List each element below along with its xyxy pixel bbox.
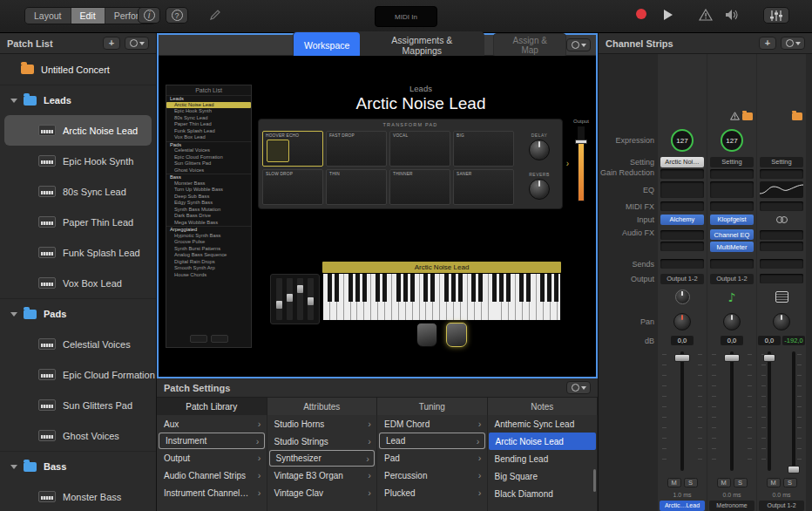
play-button[interactable] xyxy=(662,9,673,21)
library-row[interactable]: Arctic Noise Lead xyxy=(489,433,597,450)
master-mute-icon[interactable] xyxy=(725,9,739,21)
mini-patch-row[interactable]: Synth Bass Mutation xyxy=(166,207,251,214)
drawbars-widget[interactable] xyxy=(270,274,320,324)
mini-patch-row[interactable]: Smooth Synth Arp xyxy=(166,265,251,272)
mini-patch-row[interactable]: Deep Sub Bass xyxy=(166,194,251,201)
library-row[interactable]: Black Diamond xyxy=(488,485,598,502)
library-row[interactable]: Studio Strings xyxy=(267,433,377,450)
fader-handle[interactable] xyxy=(788,466,800,474)
mini-patch-row[interactable]: Celestial Voices xyxy=(166,147,251,154)
patch-row[interactable]: Arctic Noise Lead xyxy=(4,115,152,146)
fader-track[interactable] xyxy=(730,351,734,471)
disclosure-triangle-icon[interactable] xyxy=(10,99,17,103)
library-row[interactable]: Studio Horns xyxy=(267,415,377,433)
input-plugin-button[interactable]: Klopfgeist xyxy=(710,215,754,225)
transform-pad-cell[interactable]: HOOVER ECHO xyxy=(262,131,323,167)
group-row-leads[interactable]: Leads xyxy=(0,85,156,115)
mini-patch-row[interactable]: Monster Bass xyxy=(166,181,251,187)
library-row[interactable]: Synthesizer xyxy=(269,450,376,467)
mini-patch-row[interactable]: Bass xyxy=(166,174,251,181)
mini-control-box[interactable] xyxy=(190,335,207,343)
eq-slot[interactable] xyxy=(710,181,754,198)
input-plugin-button[interactable]: Alchemy xyxy=(660,215,704,225)
transform-pad-cell[interactable]: FAST DROP xyxy=(326,131,387,167)
mini-patch-row[interactable]: Arctic Noise Lead xyxy=(166,102,251,109)
concert-row[interactable]: Untitled Concert xyxy=(0,54,156,85)
mini-patch-row[interactable]: Sun Glitters Pad xyxy=(166,160,251,167)
mini-patch-row[interactable]: Leads xyxy=(166,95,251,102)
output-routing-button[interactable]: Output 1-2 xyxy=(710,274,754,284)
library-row[interactable]: EDM Chord xyxy=(377,415,487,433)
reverb-knob[interactable] xyxy=(529,179,550,200)
library-row[interactable]: Percussion xyxy=(377,467,487,484)
fader-track[interactable] xyxy=(792,351,795,471)
mute-button[interactable]: M xyxy=(717,478,731,487)
mini-patch-row[interactable]: Analog Bass Sequence xyxy=(166,252,251,259)
fader-track[interactable] xyxy=(768,351,771,471)
mini-patch-row[interactable]: Arpeggiated xyxy=(166,226,251,233)
patch-row[interactable]: 80s Sync Lead xyxy=(0,176,156,207)
eq-thumbnail[interactable] xyxy=(760,181,803,198)
output-fader-cap[interactable] xyxy=(575,140,587,144)
output-routing-slot[interactable] xyxy=(760,274,803,283)
mini-patch-row[interactable]: Epic Hook Synth xyxy=(166,108,251,115)
patch-settings-tab[interactable]: Attributes xyxy=(267,398,378,415)
mini-patch-row[interactable]: House Chords xyxy=(166,272,251,279)
folder-icon[interactable] xyxy=(792,112,802,120)
drawbar-slider[interactable] xyxy=(297,278,303,320)
assign-map-button[interactable]: Assign & Map xyxy=(493,33,566,58)
mini-patch-row[interactable]: Edgy Synth Bass xyxy=(166,200,251,207)
drawbar-slider[interactable] xyxy=(276,278,282,320)
transform-pad-cell[interactable]: THINNER xyxy=(389,169,450,205)
channel-name-label[interactable]: Output 1-2 xyxy=(759,501,804,511)
workspace-action-menu[interactable] xyxy=(566,38,591,51)
mini-patch-row[interactable]: Groove Pulse xyxy=(166,239,251,246)
volume-value[interactable]: -192,0 xyxy=(782,336,805,345)
record-button[interactable] xyxy=(636,9,646,19)
volume-value[interactable]: 0,0 xyxy=(721,336,743,345)
mini-patch-row[interactable]: Pads xyxy=(166,141,251,148)
mini-control-box[interactable] xyxy=(211,335,228,343)
patch-selector-widget[interactable]: Patch List LeadsArctic Noise LeadEpic Ho… xyxy=(166,85,252,348)
expression-knob[interactable]: 127 xyxy=(671,129,694,152)
pencil-icon[interactable] xyxy=(209,9,221,21)
library-row[interactable]: Instrument xyxy=(159,433,265,449)
channel-name-label[interactable]: Metronome xyxy=(709,501,754,511)
send-slot[interactable] xyxy=(660,259,704,269)
help-icon[interactable] xyxy=(166,7,188,24)
scrollbar-thumb[interactable] xyxy=(593,469,596,492)
transform-pad-cell[interactable]: VOCAL xyxy=(389,131,450,167)
library-row[interactable]: Vintage Clav xyxy=(267,484,377,501)
info-icon[interactable] xyxy=(138,7,160,24)
audio-fx-slot[interactable] xyxy=(660,230,704,240)
library-row[interactable]: Big Square xyxy=(488,467,598,485)
channel-name-label[interactable]: Arctic…Lead xyxy=(660,501,705,511)
mini-patch-row[interactable]: 80s Sync Lead xyxy=(166,115,251,122)
fader-handle[interactable] xyxy=(724,354,740,362)
pan-knob[interactable] xyxy=(673,313,691,330)
patch-row[interactable]: Ghost Voices xyxy=(0,420,156,451)
transform-pad-cell[interactable]: SANER xyxy=(453,169,514,205)
disclosure-triangle-icon[interactable] xyxy=(10,312,17,317)
patch-row[interactable]: Celestial Voices xyxy=(0,329,156,359)
patch-settings-tab[interactable]: Patch Library xyxy=(157,398,267,415)
midi-fx-slot[interactable] xyxy=(710,201,754,211)
library-row[interactable]: Instrument Channel… xyxy=(157,484,267,501)
group-row-pads[interactable]: Pads xyxy=(0,298,156,329)
drawbar-slider[interactable] xyxy=(308,278,314,320)
transform-pad-cell[interactable]: BIG xyxy=(453,131,514,167)
eq-slot[interactable] xyxy=(660,181,704,198)
layout-mode-button[interactable]: Layout xyxy=(25,8,71,24)
drawbar-slider[interactable] xyxy=(287,278,293,320)
patch-row[interactable]: Sun Glitters Pad xyxy=(0,390,156,420)
add-patch-button[interactable] xyxy=(103,37,120,50)
channel-strip-levels-icon[interactable] xyxy=(763,7,789,24)
library-row[interactable]: Output xyxy=(157,449,267,467)
setting-button[interactable]: Setting xyxy=(760,157,803,167)
output-meter-widget[interactable]: Output xyxy=(568,119,594,209)
setting-button[interactable]: Setting xyxy=(710,157,754,167)
mini-patch-row[interactable]: Funk Splash Lead xyxy=(166,128,251,135)
pan-knob[interactable] xyxy=(723,313,741,330)
library-row[interactable]: Vintage B3 Organ xyxy=(267,467,377,484)
transform-pad-cell[interactable]: THIN xyxy=(326,169,387,205)
